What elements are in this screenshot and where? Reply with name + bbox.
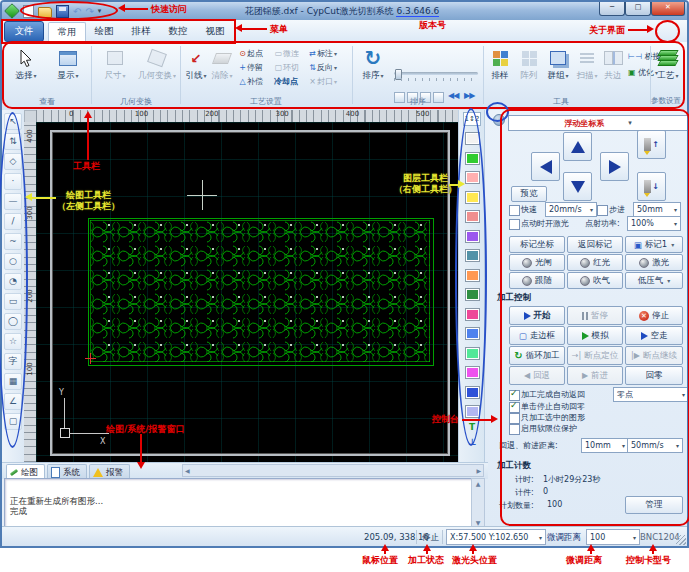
tab-home[interactable]: 常用 bbox=[48, 22, 86, 42]
jog-left-button[interactable] bbox=[531, 152, 560, 181]
log-horizontal-scrollbar[interactable]: ◀▶ bbox=[182, 464, 484, 477]
drawing-tool-icon[interactable]: 字 bbox=[4, 353, 22, 370]
tab-nc[interactable]: 数控 bbox=[162, 22, 194, 40]
stop-button[interactable]: ✕停止 bbox=[625, 306, 683, 325]
manage-button[interactable]: 管理 bbox=[625, 496, 683, 514]
shutter-button[interactable]: 光闸 bbox=[509, 254, 565, 271]
laser-head-down-button[interactable]: ↓ bbox=[637, 172, 666, 201]
lead-line-button[interactable]: ↙ 引线 bbox=[184, 45, 208, 91]
redo-icon[interactable]: ↷ bbox=[85, 6, 93, 17]
drawing-tool-icon[interactable]: ▭ bbox=[4, 293, 22, 310]
tab-log-draw[interactable]: 绘图 bbox=[6, 464, 45, 479]
cooling-point-button[interactable]: 冷却点 bbox=[274, 75, 298, 88]
coedge-button[interactable]: 共边 bbox=[600, 45, 626, 91]
maximize-button[interactable]: □ bbox=[625, 2, 651, 16]
mark-button[interactable]: ⇄标注 bbox=[308, 47, 337, 60]
console-pin-icon[interactable] bbox=[493, 114, 505, 126]
seal-button[interactable]: ×封口 bbox=[308, 75, 337, 88]
scroll-up-icon[interactable]: ▲ bbox=[476, 480, 481, 487]
jog-up-button[interactable] bbox=[563, 132, 592, 161]
drawing-tool-icon[interactable]: ○ bbox=[4, 253, 22, 270]
jog-distance-select[interactable]: 100 bbox=[586, 529, 640, 545]
group-button[interactable]: 群组 bbox=[544, 45, 572, 91]
jog-down-button[interactable] bbox=[563, 172, 592, 201]
new-file-icon[interactable] bbox=[23, 5, 34, 18]
drawing-tool-icon[interactable]: · bbox=[4, 173, 22, 190]
sort-button[interactable]: ↻ 排序 bbox=[356, 45, 390, 91]
drawing-tool-icon[interactable]: ↖ bbox=[4, 113, 22, 130]
fast-checkbox[interactable] bbox=[509, 205, 520, 216]
auto-return-target-select[interactable]: 零点 bbox=[613, 387, 689, 402]
jog-laser-checkbox[interactable] bbox=[509, 219, 520, 230]
return-mark-button[interactable]: 返回标记 bbox=[567, 236, 623, 253]
layer-color-swatch[interactable] bbox=[465, 171, 480, 184]
drawing-tool-icon[interactable]: ◯ bbox=[4, 313, 22, 330]
drawing-tool-icon[interactable]: ◔ bbox=[4, 273, 22, 290]
layer-color-swatch[interactable] bbox=[465, 269, 480, 282]
layer-color-swatch[interactable] bbox=[465, 327, 480, 340]
soft-limit-checkbox[interactable] bbox=[509, 424, 520, 435]
layer-color-swatch[interactable] bbox=[465, 308, 480, 321]
mark-coordinate-button[interactable]: 标记坐标 bbox=[509, 236, 565, 253]
jog-right-button[interactable] bbox=[600, 152, 629, 181]
layer-color-swatch[interactable] bbox=[465, 405, 480, 418]
clear-button[interactable]: 清除 bbox=[209, 45, 235, 91]
drawing-tool-icon[interactable]: ◇ bbox=[4, 153, 22, 170]
scroll-left-icon[interactable]: ◀ bbox=[185, 467, 190, 474]
distance-select[interactable]: 10mm bbox=[581, 438, 629, 453]
drawing-tool-icon[interactable]: ⇅ bbox=[4, 133, 22, 150]
fast-speed-select[interactable]: 20mm/s bbox=[545, 202, 597, 217]
dry-run-button[interactable]: 空走 bbox=[625, 326, 683, 345]
start-button[interactable]: 开始 bbox=[509, 306, 565, 325]
craft-button[interactable]: 工艺 bbox=[652, 45, 684, 91]
tab-log-alarm[interactable]: 报警 bbox=[89, 464, 130, 479]
layer-text-tool-icon[interactable]: T bbox=[465, 421, 479, 433]
transform-button[interactable]: 几何变换 bbox=[136, 45, 178, 91]
layer-color-swatch[interactable] bbox=[465, 210, 480, 223]
open-file-icon[interactable] bbox=[38, 7, 52, 18]
layer-color-swatch[interactable] bbox=[465, 366, 480, 379]
laser-button[interactable]: 激光 bbox=[625, 254, 683, 271]
dwell-button[interactable]: +停留 bbox=[238, 61, 263, 74]
tab-view[interactable]: 视图 bbox=[198, 22, 232, 40]
micro-joint-button[interactable]: ▭微连 bbox=[274, 47, 299, 60]
step-checkbox[interactable] bbox=[597, 205, 608, 216]
layer-color-swatch[interactable] bbox=[465, 386, 480, 399]
layer-color-swatch[interactable] bbox=[465, 288, 480, 301]
layer-color-swatch[interactable] bbox=[465, 347, 480, 360]
drawing-canvas[interactable]: Y X bbox=[36, 122, 458, 462]
layer-order-icon[interactable]: 1↕2 bbox=[463, 112, 481, 126]
distance-speed-select[interactable]: 50mm/s bbox=[627, 438, 683, 453]
loop-process-button[interactable]: ↻循环加工 bbox=[509, 346, 565, 365]
backward-button[interactable]: ◀回退 bbox=[509, 366, 565, 385]
compensate-button[interactable]: △补偿 bbox=[238, 75, 263, 88]
gas-select[interactable]: 低压气 bbox=[625, 272, 683, 289]
layer-color-swatch[interactable] bbox=[465, 132, 480, 145]
nest-button[interactable]: 排样 bbox=[486, 45, 514, 91]
drawing-tool-icon[interactable]: ∠ bbox=[4, 393, 22, 410]
resize-grip[interactable] bbox=[676, 535, 686, 545]
display-button[interactable]: 显示 bbox=[48, 45, 88, 91]
layer-color-swatch[interactable] bbox=[465, 152, 480, 165]
breakpoint-continue-button[interactable]: |▶断点继续 bbox=[625, 346, 683, 365]
laser-head-up-button[interactable]: ↑ bbox=[637, 130, 666, 159]
size-button[interactable]: 尺寸 bbox=[96, 45, 134, 91]
tab-nest[interactable]: 排样 bbox=[124, 22, 158, 40]
ornamental-pattern[interactable] bbox=[90, 220, 430, 362]
burst-power-select[interactable]: 100% bbox=[627, 216, 681, 231]
scroll-right-icon[interactable]: ▶ bbox=[476, 467, 481, 474]
coordinate-system-select[interactable]: 浮动坐标系 bbox=[508, 115, 688, 131]
return-zero-button[interactable]: 回零 bbox=[625, 366, 683, 385]
quick-access-dropdown-icon[interactable]: ▾ bbox=[98, 7, 102, 15]
breakpoint-locate-button[interactable]: →|断点定位 bbox=[567, 346, 623, 365]
drawing-tool-icon[interactable]: — bbox=[4, 193, 22, 210]
follow-button[interactable]: 跟随 bbox=[509, 272, 565, 289]
preview-button[interactable]: 预览 bbox=[511, 186, 547, 202]
step-distance-select[interactable]: 50mm bbox=[633, 202, 681, 217]
drawing-tool-icon[interactable]: ☆ bbox=[4, 333, 22, 350]
laser-head-position-select[interactable]: X:57.500 Y:102.650 bbox=[446, 529, 546, 545]
undo-icon[interactable]: ↶ bbox=[73, 6, 81, 17]
drawing-tool-icon[interactable]: ~ bbox=[4, 233, 22, 250]
layer-bottom-tool-icon[interactable]: ⊥ bbox=[465, 436, 479, 448]
layer-color-swatch[interactable] bbox=[465, 191, 480, 204]
